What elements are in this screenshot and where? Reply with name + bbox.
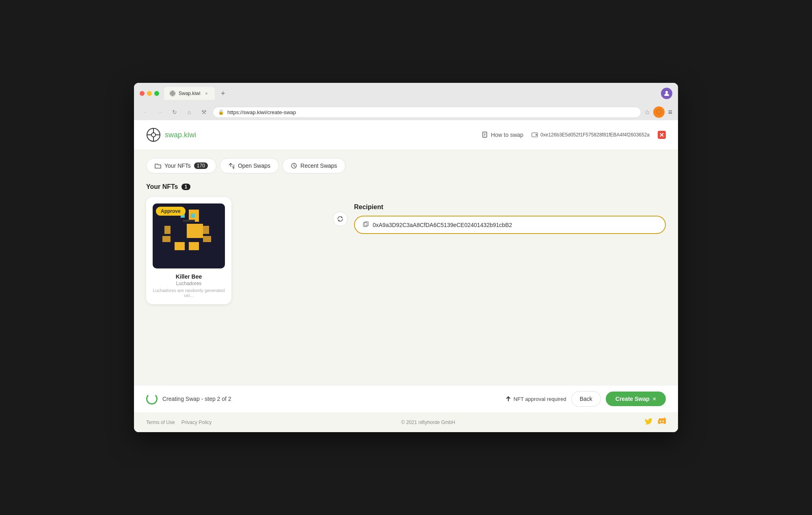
footer-copyright: © 2021 niftyhorde GmbH [401, 420, 455, 425]
svg-rect-27 [183, 220, 195, 222]
browser-chrome: Swap.kiwi × + ← → ↻ ⌂ ⚒ 🔒 https://swap.k… [134, 83, 678, 120]
browser-tab[interactable]: Swap.kiwi × [164, 87, 215, 100]
discord-icon[interactable] [658, 417, 666, 427]
browser-extensions: ≡ [653, 106, 672, 118]
tab-recent-swaps[interactable]: Recent Swaps [282, 158, 346, 173]
recipient-area: Recipient [354, 203, 666, 234]
settings-nav-button[interactable]: ⚒ [198, 106, 209, 118]
svg-rect-17 [536, 134, 537, 136]
traffic-lights [140, 91, 159, 96]
your-nfts-count: 1 [181, 184, 191, 190]
footer-links: Terms of Use Privacy Policy [146, 420, 212, 425]
tab-your-nfts-label: Your NFTs [164, 162, 191, 169]
recipient-address-icon [363, 221, 369, 228]
browser-titlebar: Swap.kiwi × + [134, 83, 678, 104]
recipient-address-input[interactable] [373, 222, 657, 228]
profile-extension-icon[interactable] [661, 88, 672, 99]
tab-recent-swaps-label: Recent Swaps [300, 162, 337, 169]
svg-rect-26 [191, 214, 195, 218]
nft-pixel-art [162, 208, 215, 264]
your-nfts-title-text: Your NFTs [146, 183, 178, 190]
svg-rect-40 [203, 236, 211, 242]
svg-point-7 [151, 133, 155, 137]
create-swap-label: Create Swap [615, 396, 650, 402]
app-header: swap.kiwi How to swap [134, 120, 678, 150]
terms-of-use-link[interactable]: Terms of Use [146, 420, 175, 425]
svg-rect-30 [171, 238, 203, 242]
nft-description: Luchadores are randomly generated usi... [153, 288, 225, 298]
wallet-address-text: 0xe126b3E5d052f1F575828f81fEBA4f4f260365… [540, 132, 650, 138]
document-icon [482, 132, 488, 138]
nfts-count-badge: 170 [194, 162, 208, 169]
refresh-icon [337, 216, 343, 222]
tab-open-swaps-label: Open Swaps [238, 162, 270, 169]
refresh-button[interactable]: ↻ [169, 106, 180, 118]
loading-spinner [146, 393, 158, 405]
copy-icon [363, 221, 369, 227]
tab-your-nfts[interactable]: Your NFTs 170 [146, 158, 216, 173]
tab-navigation: Your NFTs 170 Open Swaps Recent Swaps [146, 158, 666, 173]
new-tab-button[interactable]: + [217, 88, 229, 99]
clock-icon [291, 162, 297, 169]
bottom-right: NFT approval required Back Create Swap × [505, 391, 666, 407]
header-right: How to swap 0xe126b3E5d052f1F575828f81fE… [482, 131, 666, 139]
arrow-up-icon [505, 396, 511, 402]
fullscreen-traffic-light[interactable] [154, 91, 159, 96]
svg-rect-34 [187, 250, 201, 256]
url-display: https://swap.kiwi/create-swap [227, 109, 636, 115]
right-panel: Recipient [333, 203, 666, 234]
svg-rect-29 [187, 224, 203, 240]
home-button[interactable]: ⌂ [184, 106, 195, 118]
content-area: Your NFTs 1 Approve [146, 183, 666, 304]
svg-point-3 [665, 91, 668, 93]
privacy-policy-link[interactable]: Privacy Policy [181, 420, 212, 425]
your-nfts-title: Your NFTs 1 [146, 183, 317, 190]
main-area: Your NFTs 170 Open Swaps Recent Swaps [134, 150, 678, 385]
browser-toolbar: ← → ↻ ⌂ ⚒ 🔒 https://swap.kiwi/create-swa… [134, 104, 678, 120]
bottom-left: Creating Swap - step 2 of 2 [146, 393, 231, 405]
tab-bar: Swap.kiwi × + [164, 87, 656, 100]
browser-window: Swap.kiwi × + ← → ↻ ⌂ ⚒ 🔒 https://swap.k… [134, 83, 678, 432]
svg-rect-28 [171, 224, 187, 240]
back-nav-button[interactable]: ← [140, 106, 151, 118]
page-content: swap.kiwi How to swap [134, 120, 678, 432]
left-panel: Your NFTs 1 Approve [146, 183, 317, 304]
back-button[interactable]: Back [571, 391, 601, 407]
swap-direction-icon[interactable] [333, 212, 348, 226]
nft-collection: Luchadores [153, 281, 225, 286]
bookmark-icon[interactable]: ☆ [644, 108, 650, 116]
close-traffic-light[interactable] [140, 91, 145, 96]
logo-text-normal: swap. [165, 131, 184, 139]
lock-icon: 🔒 [218, 109, 224, 115]
logo-icon [146, 128, 161, 142]
tab-close-button[interactable]: × [203, 91, 209, 96]
create-swap-close-icon: × [653, 396, 656, 402]
logo-text: swap.kiwi [165, 131, 196, 139]
address-bar[interactable]: 🔒 https://swap.kiwi/create-swap [213, 107, 641, 118]
footer-social [645, 417, 666, 427]
forward-nav-button[interactable]: → [154, 106, 166, 118]
how-to-swap-link[interactable]: How to swap [482, 132, 523, 138]
nft-card[interactable]: Approve [146, 197, 231, 304]
wallet-address: 0xe126b3E5d052f1F575828f81fEBA4f4f260365… [531, 132, 650, 138]
twitter-icon[interactable] [645, 417, 653, 427]
nft-name: Killer Bee [153, 273, 225, 280]
browser-menu-icon[interactable]: ≡ [668, 108, 672, 117]
recipient-label: Recipient [354, 203, 666, 211]
minimize-traffic-light[interactable] [147, 91, 152, 96]
nft-approval-label: NFT approval required [514, 396, 566, 402]
disconnect-button[interactable] [658, 131, 666, 139]
wallet-icon [531, 132, 538, 138]
page-footer: Terms of Use Privacy Policy © 2021 nifty… [134, 412, 678, 432]
recipient-input-wrapper[interactable] [354, 216, 666, 234]
folder-icon [155, 162, 161, 169]
create-swap-button[interactable]: Create Swap × [606, 392, 666, 406]
tab-open-swaps[interactable]: Open Swaps [220, 158, 279, 173]
nft-approval-notice: NFT approval required [505, 396, 566, 402]
svg-rect-39 [162, 236, 171, 242]
swap-icon-tab [228, 162, 235, 169]
bottom-bar: Creating Swap - step 2 of 2 NFT approval… [134, 385, 678, 412]
approve-badge[interactable]: Approve [156, 207, 186, 216]
metamask-icon[interactable] [653, 106, 665, 118]
svg-rect-33 [173, 250, 187, 256]
